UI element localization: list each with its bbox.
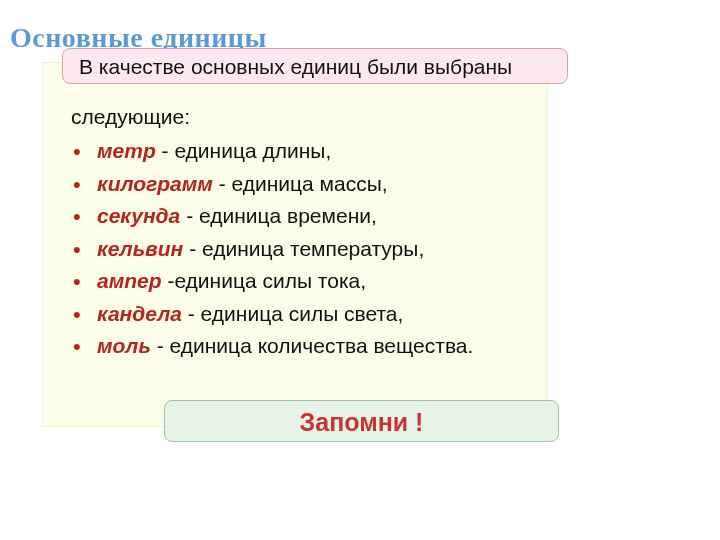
unit-name: метр bbox=[97, 139, 156, 162]
unit-desc: - единица времени, bbox=[180, 204, 377, 227]
list-item: килограмм - единица массы, bbox=[73, 168, 547, 201]
content-card: следующие: метр - единица длины, килогра… bbox=[42, 62, 548, 427]
list-item: ампер -единица силы тока, bbox=[73, 265, 547, 298]
unit-desc: - единица силы света, bbox=[182, 302, 403, 325]
unit-desc: -единица силы тока, bbox=[162, 269, 367, 292]
unit-name: моль bbox=[97, 334, 151, 357]
unit-desc: - единица температуры, bbox=[183, 237, 424, 260]
unit-desc: - единица длины, bbox=[156, 139, 332, 162]
units-list: метр - единица длины, килограмм - единиц… bbox=[73, 135, 547, 363]
list-item: метр - единица длины, bbox=[73, 135, 547, 168]
unit-desc: - единица количества вещества. bbox=[151, 334, 473, 357]
intro-continuation: следующие: bbox=[71, 105, 547, 129]
unit-name: секунда bbox=[97, 204, 180, 227]
unit-name: ампер bbox=[97, 269, 162, 292]
remember-banner: Запомни ! bbox=[164, 400, 559, 442]
unit-name: кандела bbox=[97, 302, 182, 325]
unit-desc: - единица массы, bbox=[213, 172, 388, 195]
list-item: моль - единица количества вещества. bbox=[73, 330, 547, 363]
unit-name: килограмм bbox=[97, 172, 213, 195]
unit-name: кельвин bbox=[97, 237, 183, 260]
list-item: кельвин - единица температуры, bbox=[73, 233, 547, 266]
intro-banner: В качестве основных единиц были выбраны bbox=[62, 48, 568, 84]
list-item: секунда - единица времени, bbox=[73, 200, 547, 233]
list-item: кандела - единица силы света, bbox=[73, 298, 547, 331]
